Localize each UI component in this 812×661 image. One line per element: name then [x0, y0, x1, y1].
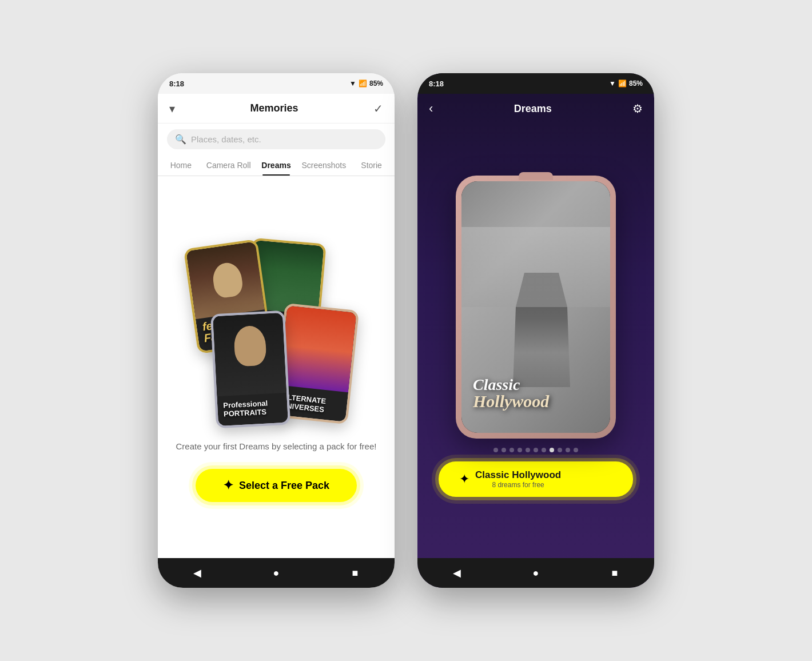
- search-input-wrap[interactable]: 🔍 Places, dates, etc.: [167, 129, 385, 149]
- tab-screenshots[interactable]: Screenshots: [299, 155, 348, 176]
- dot-5: [526, 448, 530, 452]
- dot-2: [501, 448, 506, 452]
- dot-3: [510, 448, 514, 452]
- gear-button[interactable]: ⚙: [632, 102, 643, 116]
- back-button-left[interactable]: ◀: [188, 564, 206, 582]
- battery-left: ▼ 📶 85%: [349, 79, 383, 87]
- bw-photo: Classic Hollywood: [461, 181, 610, 433]
- hollywood-text: Hollywood: [473, 393, 599, 410]
- dreams-header: ‹ Dreams ⚙: [417, 94, 654, 124]
- card-photo-woman: [186, 241, 265, 319]
- status-bar-right: 8:18 ▼ 📶 85%: [417, 73, 654, 94]
- search-icon: 🔍: [175, 134, 186, 145]
- recent-button-left[interactable]: ■: [346, 564, 364, 582]
- pack-card-portraits[interactable]: ProfessionalPORTRAITS: [210, 310, 290, 428]
- pagination-dots: [493, 448, 578, 452]
- dot-6: [534, 448, 538, 452]
- card-photo-portraits: [213, 313, 286, 396]
- recent-button-right[interactable]: ■: [606, 564, 624, 582]
- dreams-tagline: Create your first Dreams by selecting a …: [176, 440, 377, 453]
- back-button-right[interactable]: ◀: [448, 564, 466, 582]
- battery-right: ▼ 📶 85%: [609, 79, 643, 87]
- card-photo-anime: [279, 305, 357, 392]
- back-button-dreams[interactable]: ‹: [429, 101, 433, 116]
- time-left: 8:18: [169, 79, 184, 88]
- signal-icon-right: 📶: [618, 79, 627, 87]
- tab-camera-roll[interactable]: Camera Roll: [204, 155, 253, 176]
- pack-collage: feFa TIMTRAV ProfessionalPORTRAITS: [179, 232, 373, 427]
- dot-8-active: [550, 448, 554, 452]
- card-viewer: Classic Hollywood ✦ Classic Hol: [417, 124, 654, 558]
- right-phone: 8:18 ▼ 📶 85% ‹ Dreams ⚙ Classic Hollywoo…: [417, 73, 654, 588]
- status-bar-left: 8:18 ▼ 📶 85%: [158, 73, 395, 94]
- android-nav-left: ◀ ● ■: [158, 558, 395, 588]
- left-phone: 8:18 ▼ 📶 85% ▾ Memories ✓ 🔍 Places, date…: [158, 73, 395, 588]
- tab-home[interactable]: Home: [158, 155, 204, 176]
- classic-btn-content: Classic Hollywood 8 dreams for free: [475, 469, 561, 489]
- signal-icon: 📶: [359, 79, 367, 87]
- sparkle-icon-right: ✦: [459, 472, 469, 487]
- card-label-portraits: ProfessionalPORTRAITS: [223, 398, 282, 419]
- card-label-alternate: ALTERNATEUNIVERSES: [281, 393, 343, 416]
- battery-pct-left: 85%: [369, 79, 383, 87]
- classic-btn-sub: 8 dreams for free: [475, 481, 561, 489]
- search-placeholder: Places, dates, etc.: [191, 134, 261, 144]
- battery-pct-right: 85%: [629, 79, 643, 87]
- select-free-pack-button[interactable]: ✦ Select a Free Pack: [196, 469, 357, 502]
- android-nav-right: ◀ ● ■: [417, 558, 654, 588]
- wifi-icon-right: ▼: [609, 79, 616, 87]
- inner-screen: Classic Hollywood: [461, 181, 610, 433]
- search-bar: 🔍 Places, dates, etc.: [158, 124, 395, 155]
- dot-1: [493, 448, 498, 452]
- tab-bar: Home Camera Roll Dreams Screenshots Stor…: [158, 155, 395, 176]
- memories-title: Memories: [250, 102, 298, 114]
- tab-dreams[interactable]: Dreams: [253, 155, 300, 176]
- nav-check-icon[interactable]: ✓: [373, 102, 383, 116]
- dot-10: [566, 448, 570, 452]
- sparkle-icon: ✦: [223, 478, 233, 493]
- wifi-icon: ▼: [349, 79, 356, 87]
- tab-stories[interactable]: Storie: [348, 155, 395, 176]
- time-right: 8:18: [429, 79, 444, 88]
- inner-phone-mockup: Classic Hollywood: [456, 176, 616, 439]
- dot-7: [542, 448, 546, 452]
- select-pack-label: Select a Free Pack: [239, 480, 329, 492]
- memories-nav-header: ▾ Memories ✓: [158, 94, 395, 124]
- dreams-content: feFa TIMTRAV ProfessionalPORTRAITS: [158, 176, 395, 558]
- classic-text: Classic: [473, 377, 599, 393]
- dot-4: [518, 448, 522, 452]
- classic-hollywood-overlay: Classic Hollywood: [473, 377, 599, 410]
- classic-btn-title: Classic Hollywood: [475, 469, 561, 481]
- dreams-screen-title: Dreams: [514, 103, 552, 115]
- home-button-left[interactable]: ●: [267, 564, 285, 582]
- dot-9: [558, 448, 562, 452]
- dot-11: [574, 448, 578, 452]
- classic-hollywood-button[interactable]: ✦ Classic Hollywood 8 dreams for free: [439, 461, 633, 497]
- home-button-right[interactable]: ●: [527, 564, 545, 582]
- nav-down-icon[interactable]: ▾: [169, 102, 175, 116]
